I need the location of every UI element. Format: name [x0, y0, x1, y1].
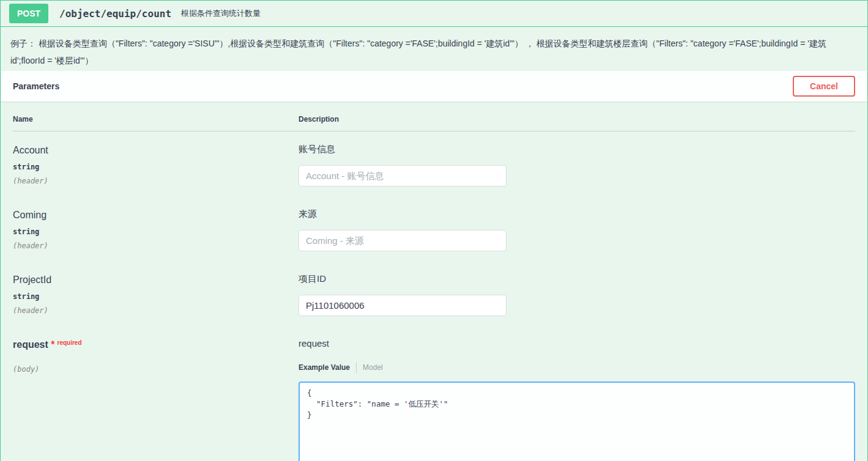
param-description-cell: 来源 [299, 205, 855, 251]
param-name-cell: ProjectId string (header) [13, 270, 299, 316]
param-description-cell: 账号信息 [299, 140, 855, 186]
parameters-section-header: Parameters Cancel [1, 71, 867, 101]
required-label: required [57, 339, 81, 346]
coming-input[interactable] [299, 230, 506, 251]
operation-summary[interactable]: POST /object/equip/count 根据条件查询统计数量 [1, 1, 867, 27]
required-asterisk: * [51, 339, 54, 350]
param-row-projectid: ProjectId string (header) 项目ID [13, 261, 855, 326]
param-row-request: request *required (body) request Example… [13, 326, 855, 461]
tab-divider [356, 362, 357, 373]
param-location: (header) [13, 306, 299, 315]
param-description: 账号信息 [299, 144, 855, 155]
param-description-cell: 项目ID [299, 270, 855, 316]
param-type: string [13, 163, 299, 171]
cancel-button[interactable]: Cancel [793, 76, 855, 97]
param-name-cell: Account string (header) [13, 140, 299, 186]
param-name: Account [13, 140, 299, 156]
operation-block: POST /object/equip/count 根据条件查询统计数量 例子： … [0, 0, 868, 461]
param-description: 来源 [299, 208, 855, 220]
column-header-description: Description [299, 115, 855, 124]
operation-path: /object/equip/count [59, 8, 171, 20]
param-type: string [13, 292, 299, 301]
param-name: request *required [13, 334, 299, 350]
param-location: (header) [13, 242, 299, 250]
param-description: 项目ID [299, 273, 855, 285]
table-header-row: Name Description [13, 101, 855, 131]
param-row-coming: Coming string (header) 来源 [13, 196, 855, 261]
param-location: (header) [13, 177, 299, 185]
param-name: ProjectId [13, 270, 299, 286]
param-row-account: Account string (header) 账号信息 [13, 131, 855, 196]
tab-example-value[interactable]: Example Value [299, 363, 350, 372]
account-input[interactable] [299, 165, 506, 186]
method-badge: POST [9, 4, 48, 23]
param-type: string [13, 227, 299, 236]
parameters-title: Parameters [13, 81, 59, 91]
column-header-name: Name [13, 115, 299, 124]
body-tabs: Example Value Model [299, 362, 855, 373]
operation-description: 例子： 根据设备类型查询（"Filters": "category ='SISU… [1, 27, 867, 71]
projectid-input[interactable] [299, 295, 506, 316]
param-description: request [299, 338, 855, 349]
param-description-cell: request Example Value Model { "Filters":… [299, 334, 855, 461]
param-location: (body) [13, 365, 299, 374]
request-body-textarea[interactable]: { "Filters": "name = '低压开关'" } [299, 382, 855, 461]
tab-model[interactable]: Model [363, 363, 383, 372]
param-name-cell: request *required (body) [13, 334, 299, 461]
parameters-table: Name Description Account string (header)… [1, 101, 867, 461]
operation-summary-text: 根据条件查询统计数量 [181, 8, 261, 19]
param-name: Coming [13, 205, 299, 221]
param-name-cell: Coming string (header) [13, 205, 299, 251]
